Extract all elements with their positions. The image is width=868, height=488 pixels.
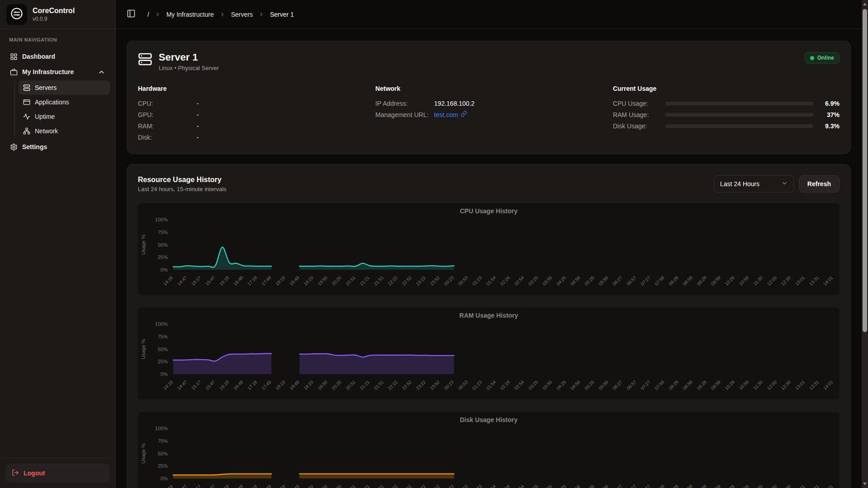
sidebar-item-label: Applications bbox=[35, 99, 69, 106]
svg-text:12:00: 12:00 bbox=[766, 484, 778, 488]
svg-text:14:16: 14:16 bbox=[162, 484, 174, 488]
breadcrumb-item-servers[interactable]: Servers bbox=[231, 11, 253, 18]
svg-text:16:48: 16:48 bbox=[232, 484, 244, 488]
main-content: Server 1 Linux • Physical Server Online … bbox=[116, 29, 862, 488]
svg-text:02:24: 02:24 bbox=[499, 484, 511, 488]
network-row-url: Management URL: test.com bbox=[375, 109, 602, 120]
svg-text:50%: 50% bbox=[158, 347, 168, 352]
vertical-scrollbar[interactable] bbox=[862, 0, 868, 488]
svg-text:17:18: 17:18 bbox=[246, 275, 258, 287]
network-row-ip: IP Address: 192.168.100.2 bbox=[375, 98, 602, 109]
svg-text:14:16: 14:16 bbox=[162, 380, 174, 391]
svg-text:09:59: 09:59 bbox=[710, 484, 722, 488]
svg-text:21:21: 21:21 bbox=[359, 275, 371, 287]
svg-text:13:31: 13:31 bbox=[808, 380, 820, 391]
topbar: / My Infrastructure Servers Server 1 bbox=[116, 0, 862, 29]
svg-text:19:20: 19:20 bbox=[303, 484, 315, 488]
breadcrumb-root[interactable]: / bbox=[147, 11, 149, 18]
svg-text:12:00: 12:00 bbox=[766, 275, 778, 287]
layout-grid-icon bbox=[10, 53, 18, 61]
server-subtitle: Linux • Physical Server bbox=[159, 65, 219, 71]
sidebar-item-label: Network bbox=[35, 127, 58, 135]
svg-text:11:30: 11:30 bbox=[752, 380, 764, 391]
time-range-select[interactable]: Last 24 Hours bbox=[714, 175, 794, 192]
scrollbar-up-arrow[interactable] bbox=[863, 3, 867, 5]
svg-text:50%: 50% bbox=[158, 242, 168, 248]
svg-text:03:55: 03:55 bbox=[542, 484, 553, 488]
svg-text:01:23: 01:23 bbox=[471, 380, 483, 391]
svg-text:01:54: 01:54 bbox=[485, 484, 497, 488]
breadcrumb-item-my-infrastructure[interactable]: My Infrastructure bbox=[166, 11, 214, 18]
refresh-button[interactable]: Refresh bbox=[799, 175, 840, 192]
network-column: Network IP Address: 192.168.100.2 Manage… bbox=[375, 85, 602, 143]
svg-text:20:51: 20:51 bbox=[345, 275, 357, 287]
sliders-circle-icon bbox=[10, 7, 24, 22]
status-badge-label: Online bbox=[817, 55, 834, 61]
sidebar-item-network[interactable]: Network bbox=[19, 124, 110, 138]
svg-text:08:28: 08:28 bbox=[668, 484, 679, 488]
svg-text:03:55: 03:55 bbox=[542, 275, 553, 287]
sidebar-nav: MAIN NAVIGATION Dashboard My Infrastruct… bbox=[0, 29, 115, 458]
chevron-right-icon bbox=[155, 11, 161, 18]
chevron-down-icon bbox=[781, 180, 788, 188]
network-heading: Network bbox=[375, 85, 602, 92]
svg-text:06:27: 06:27 bbox=[612, 275, 623, 287]
logout-button[interactable]: Logout bbox=[5, 464, 110, 483]
svg-text:14:01: 14:01 bbox=[822, 380, 834, 391]
svg-text:08:58: 08:58 bbox=[682, 275, 693, 287]
svg-text:17:18: 17:18 bbox=[246, 484, 258, 488]
sidebar-item-label: My Infrastructure bbox=[22, 68, 74, 75]
scrollbar-down-arrow[interactable] bbox=[863, 483, 867, 485]
svg-text:00:23: 00:23 bbox=[443, 275, 455, 287]
breadcrumb-item-server-1: Server 1 bbox=[270, 11, 294, 18]
server-overview-card: Server 1 Linux • Physical Server Online … bbox=[127, 41, 851, 154]
svg-text:08:28: 08:28 bbox=[668, 380, 679, 391]
svg-text:11:30: 11:30 bbox=[752, 275, 764, 286]
scrollbar-thumb[interactable] bbox=[863, 9, 867, 332]
svg-text:RAM Usage History: RAM Usage History bbox=[459, 312, 518, 319]
sidebar-toggle-button[interactable] bbox=[127, 9, 136, 20]
svg-text:20:51: 20:51 bbox=[345, 380, 357, 391]
sidebar-item-my-infrastructure[interactable]: My Infrastructure bbox=[5, 64, 110, 80]
svg-text:20:51: 20:51 bbox=[345, 484, 357, 488]
app-root: CoreControl v0.0.9 MAIN NAVIGATION Dashb… bbox=[0, 0, 868, 488]
sidebar-item-applications[interactable]: Applications bbox=[19, 95, 110, 109]
server-title: Server 1 bbox=[159, 52, 219, 63]
svg-text:00:23: 00:23 bbox=[443, 380, 455, 391]
svg-text:75%: 75% bbox=[158, 334, 168, 339]
svg-text:18:49: 18:49 bbox=[289, 484, 301, 488]
app-name: CoreControl bbox=[33, 7, 75, 15]
management-url-link[interactable]: test.com bbox=[434, 111, 467, 118]
usage-heading: Current Usage bbox=[613, 85, 840, 92]
logout-label: Logout bbox=[24, 469, 45, 477]
sidebar-item-dashboard[interactable]: Dashboard bbox=[5, 49, 110, 64]
svg-text:07:58: 07:58 bbox=[654, 275, 665, 287]
hardware-row-disk: Disk: - bbox=[138, 131, 364, 143]
chevron-right-icon bbox=[258, 11, 264, 18]
green-dot-icon bbox=[810, 56, 814, 60]
svg-text:04:25: 04:25 bbox=[556, 484, 567, 488]
svg-text:02:54: 02:54 bbox=[514, 484, 525, 488]
svg-text:12:00: 12:00 bbox=[766, 380, 778, 391]
svg-text:75%: 75% bbox=[158, 438, 168, 444]
svg-text:03:25: 03:25 bbox=[528, 275, 539, 287]
svg-text:17:49: 17:49 bbox=[260, 484, 272, 488]
hardware-row-cpu: CPU: - bbox=[138, 98, 364, 109]
svg-text:19:50: 19:50 bbox=[317, 380, 329, 391]
svg-text:20:20: 20:20 bbox=[331, 484, 343, 488]
sidebar-item-settings[interactable]: Settings bbox=[5, 139, 110, 155]
cpu-usage-chart-svg: CPU Usage HistoryUsage %0%25%50%75%100%1… bbox=[138, 203, 840, 295]
svg-text:04:56: 04:56 bbox=[570, 275, 581, 287]
sidebar-item-uptime[interactable]: Uptime bbox=[19, 109, 110, 124]
server-icon bbox=[23, 84, 30, 91]
svg-text:12:30: 12:30 bbox=[780, 484, 792, 488]
sidebar-item-label: Servers bbox=[35, 84, 57, 91]
svg-text:00:53: 00:53 bbox=[457, 380, 469, 391]
history-subtitle: Last 24 hours, 15-minute intervals bbox=[138, 186, 226, 192]
app-version: v0.0.9 bbox=[33, 16, 75, 22]
svg-text:10:29: 10:29 bbox=[724, 275, 736, 287]
disk-usage-chart-svg: Disk Usage HistoryUsage %0%25%50%75%100%… bbox=[138, 412, 840, 488]
cpu-usage-chart: CPU Usage HistoryUsage %0%25%50%75%100%1… bbox=[138, 203, 840, 295]
status-badge: Online bbox=[805, 52, 840, 64]
sidebar-item-servers[interactable]: Servers bbox=[19, 80, 110, 95]
